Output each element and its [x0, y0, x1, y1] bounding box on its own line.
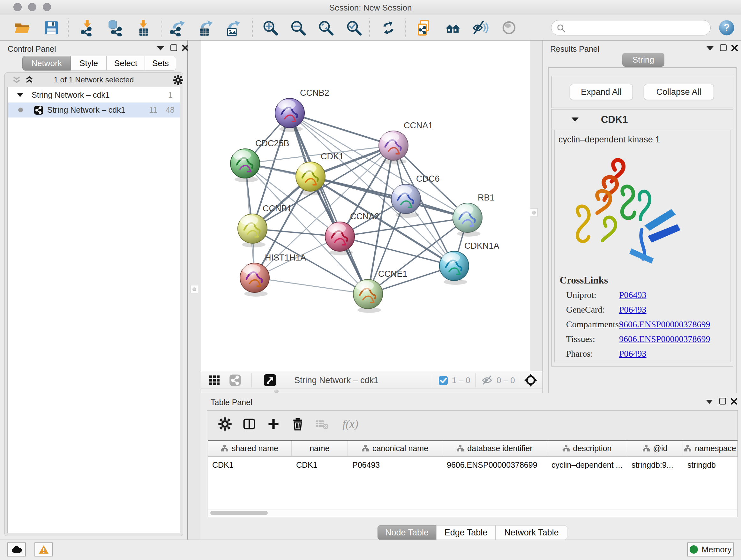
- column-header-canonical-name[interactable]: canonical name: [348, 441, 442, 456]
- scrollbar-thumb[interactable]: [210, 511, 268, 515]
- edge-HIST1H1A-CCNE1[interactable]: [255, 278, 368, 294]
- birds-eye-grid-icon[interactable]: [209, 375, 220, 386]
- collection-expand-icon[interactable]: [17, 93, 23, 97]
- horizontal-scrollbar[interactable]: [208, 509, 738, 516]
- node-CCNB2[interactable]: CCNB2: [275, 88, 329, 132]
- show-columns-icon[interactable]: [239, 414, 259, 434]
- node-HIST1H1A[interactable]: HIST1H1A: [240, 253, 306, 297]
- tab-sets[interactable]: Sets: [145, 56, 176, 71]
- cell-description[interactable]: cyclin–dependent ...: [547, 457, 627, 473]
- zoom-in-icon[interactable]: [261, 18, 280, 37]
- import-table-from-file-icon[interactable]: [134, 18, 152, 37]
- results-panel-title: Results Panel: [550, 44, 599, 54]
- search-input[interactable]: [569, 22, 706, 34]
- cell-name[interactable]: CDK1: [292, 457, 348, 473]
- results-panel-float-icon[interactable]: [720, 44, 727, 51]
- duplicate-network-icon[interactable]: [415, 18, 433, 37]
- table-panel-close-icon[interactable]: [730, 397, 738, 405]
- cell-canonical-name[interactable]: P06493: [348, 457, 442, 473]
- add-column-icon[interactable]: [263, 414, 284, 434]
- cell-shared-name[interactable]: CDK1: [208, 457, 292, 473]
- node-CDKN1A[interactable]: CDKN1A: [440, 241, 499, 285]
- network-row[interactable]: String Network – cdk1 11 48: [8, 103, 180, 118]
- network-graph[interactable]: CCNB2CCNA1CDC25BCDK1CDC6RB1CCNB1CCNA2CDK…: [201, 41, 530, 371]
- gene-collapse-icon[interactable]: [571, 118, 579, 122]
- center-view-crosshair-icon[interactable]: [524, 374, 537, 387]
- expand-all-button[interactable]: Expand All: [569, 84, 633, 100]
- table-splitter-grip[interactable]: [274, 389, 279, 393]
- network-options-gear-icon[interactable]: [173, 75, 184, 85]
- tab-node-table[interactable]: Node Table: [378, 525, 436, 540]
- zoom-selected-icon[interactable]: [345, 18, 363, 37]
- crosslink-link[interactable]: 9606.ENSP00000378699: [619, 334, 710, 344]
- open-session-icon[interactable]: [13, 18, 31, 37]
- cell-database-identifier[interactable]: 9606.ENSP00000378699: [442, 457, 547, 473]
- refresh-view-icon[interactable]: [379, 18, 398, 37]
- network-canvas[interactable]: CCNB2CCNA1CDC25BCDK1CDC6RB1CCNB1CCNA2CDK…: [201, 41, 530, 371]
- tab-style[interactable]: Style: [71, 56, 107, 71]
- node-CCNA2[interactable]: CCNA2: [325, 212, 380, 255]
- memory-status-dot: [690, 545, 698, 554]
- edge-CDK1-RB1[interactable]: [311, 177, 468, 218]
- column-header-namespace[interactable]: namespace: [683, 441, 738, 456]
- export-image-icon[interactable]: [223, 18, 242, 37]
- import-network-from-database-icon[interactable]: [105, 18, 124, 37]
- network-collection-row[interactable]: String Network – cdk1 1: [8, 87, 180, 103]
- tab-string[interactable]: String: [622, 53, 664, 67]
- open-in-window-icon[interactable]: [264, 374, 276, 387]
- crosslink-link[interactable]: P06493: [619, 305, 647, 315]
- column-header-database-identifier[interactable]: database identifier: [442, 441, 547, 456]
- collapse-all-button[interactable]: Collapse All: [644, 84, 714, 100]
- hidden-counts: 0 – 0: [496, 375, 515, 385]
- selected-checkbox-icon[interactable]: [439, 376, 448, 385]
- table-row[interactable]: CDK1CDK1P064939606.ENSP00000378699cyclin…: [208, 457, 738, 473]
- table-options-gear-icon[interactable]: [215, 414, 235, 434]
- cell-@id[interactable]: stringdb:9...: [627, 457, 683, 473]
- right-splitter-grip[interactable]: [530, 208, 538, 217]
- hide-panels-icon[interactable]: [471, 18, 489, 37]
- network-label: String Network – cdk1: [47, 105, 125, 115]
- left-splitter-grip[interactable]: [191, 285, 198, 294]
- gene-section-header[interactable]: CDK1: [552, 110, 733, 130]
- tab-select[interactable]: Select: [107, 56, 145, 71]
- column-header-@id[interactable]: @id: [627, 441, 683, 456]
- edge-CCNB2-CCNE1[interactable]: [290, 113, 368, 294]
- column-header-description[interactable]: description: [547, 441, 627, 456]
- node-CDC6[interactable]: CDC6: [391, 174, 440, 218]
- show-panels-icon[interactable]: [500, 18, 518, 37]
- string-view-icon[interactable]: [229, 374, 241, 386]
- help-icon[interactable]: ?: [718, 18, 736, 37]
- save-session-icon[interactable]: [42, 18, 61, 37]
- table-panel: Table Panel f(x) shared namenamecanonica…: [201, 393, 741, 540]
- import-network-from-file-icon[interactable]: [77, 18, 96, 37]
- node-CDC25B[interactable]: CDC25B: [230, 138, 289, 182]
- column-header-name[interactable]: name: [292, 441, 348, 456]
- crosslink-link[interactable]: P06493: [619, 349, 647, 359]
- node-CCNE1[interactable]: CCNE1: [353, 269, 408, 313]
- column-header-shared-name[interactable]: shared name: [208, 441, 292, 456]
- cloud-button[interactable]: [7, 543, 26, 557]
- cell-namespace[interactable]: stringdb: [683, 457, 738, 473]
- network-overview-icon[interactable]: [444, 18, 462, 37]
- delete-column-icon[interactable]: [287, 414, 308, 434]
- zoom-out-icon[interactable]: [289, 18, 307, 37]
- warnings-button[interactable]: [35, 543, 53, 557]
- tab-network-table[interactable]: Network Table: [495, 525, 567, 540]
- control-panel-float-icon[interactable]: [171, 44, 177, 51]
- memory-button[interactable]: Memory: [687, 543, 734, 557]
- export-network-icon[interactable]: [169, 18, 187, 37]
- crosslink-link[interactable]: 9606.ENSP00000378699: [619, 319, 710, 329]
- tab-edge-table[interactable]: Edge Table: [436, 525, 495, 540]
- node-RB1[interactable]: RB1: [453, 193, 495, 237]
- tab-network[interactable]: Network: [22, 56, 71, 71]
- export-table-icon[interactable]: [196, 18, 214, 37]
- table-panel-float-icon[interactable]: [719, 398, 726, 405]
- results-panel-menu-icon[interactable]: [706, 46, 714, 51]
- results-panel-close-icon[interactable]: [731, 44, 738, 52]
- crosslink-link[interactable]: P06493: [619, 290, 647, 300]
- table-panel-menu-icon[interactable]: [706, 400, 713, 404]
- edge-CCNB2-CCNA1[interactable]: [290, 113, 394, 145]
- control-panel-menu-icon[interactable]: [157, 46, 164, 51]
- zoom-fit-content-icon[interactable]: [317, 18, 335, 37]
- right-splitter[interactable]: [530, 41, 542, 371]
